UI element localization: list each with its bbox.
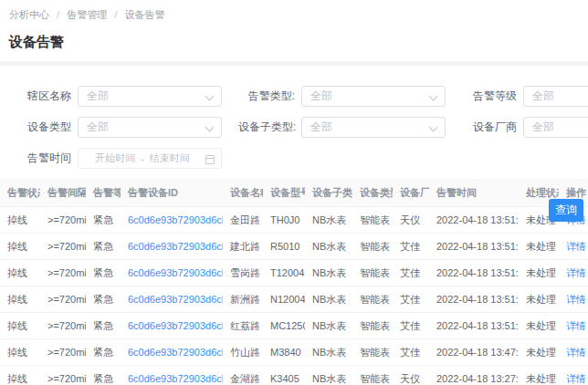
alarm-level-select[interactable]: 全部 [523, 86, 588, 107]
table-cell: >=720min [40, 234, 86, 260]
table-cell: 金田路 [223, 207, 263, 234]
table-cell: 智能表 [352, 286, 393, 313]
device-id-link[interactable]: 6c0d6e93b72903d6cb4e2b53 [121, 366, 223, 385]
device-id-link[interactable]: 6c0d6e93b72903d6cb466e3d [121, 260, 223, 286]
table-cell: NB水表 [305, 207, 352, 234]
table-cell: 建北路 [223, 234, 263, 260]
column-header: 告警设备ID [121, 179, 223, 207]
column-header: 设备名称 [223, 179, 263, 207]
breadcrumb-item-analysis-center[interactable]: 分析中心 [9, 9, 49, 20]
table-cell: NB水表 [305, 260, 352, 286]
table-cell: 紧急 [86, 207, 121, 234]
operation-cell: 详情处理 [559, 366, 588, 385]
detail-link[interactable]: 详情 [566, 241, 586, 252]
filter-row-2: 设备类型 全部 设备子类型: 全部 设备厂商 全部 [15, 117, 588, 138]
device-type-select[interactable]: 全部 [78, 117, 222, 138]
operation-cell: 详情处理 [559, 313, 588, 339]
table-cell: 红荔路 [223, 313, 263, 339]
district-name-label: 辖区名称 [15, 88, 71, 104]
table-body: 掉线>=720min紧急6c0d6e93b72903d6cb4871cc金田路T… [0, 207, 588, 385]
table-cell: 掉线 [0, 313, 40, 339]
filter-alarm-time: 告警时间 开始时间 - 结束时间 [15, 148, 222, 169]
device-id-link[interactable]: 6c0d6e93b72903d6cb4837f6 [121, 234, 223, 260]
table-cell: 未处理 [519, 286, 559, 313]
page-title: 设备告警 [9, 34, 588, 51]
table-header: 告警状态告警间隔告警等级告警设备ID设备名称设备型号设备子类型设备类型设备厂商告… [0, 179, 588, 207]
detail-link[interactable]: 详情 [566, 373, 586, 384]
alarm-time-range-picker[interactable]: 开始时间 - 结束时间 [78, 148, 222, 169]
alarm-time-label: 告警时间 [15, 151, 71, 166]
device-subtype-select[interactable]: 全部 [301, 117, 446, 138]
table-cell: 2022-04-18 13:51:46 [429, 234, 519, 260]
detail-link[interactable]: 详情 [566, 267, 586, 278]
table-cell: M3840 [263, 339, 305, 366]
table-cell: 艾佳 [393, 339, 429, 366]
table-cell: 掉线 [0, 234, 40, 260]
filter-alarm-type: 告警类型: 全部 [238, 86, 446, 107]
table-cell: 艾佳 [393, 313, 429, 339]
table-cell: 未处理 [519, 313, 559, 339]
table-row: 掉线>=720min紧急6c0d6e93b72903d6cb4871cc金田路T… [0, 207, 588, 234]
start-time-placeholder: 开始时间 [95, 151, 135, 165]
device-id-link[interactable]: 6c0d6e93b72903d6cb483b2a [121, 313, 223, 339]
table-cell: 新洲路 [223, 286, 263, 313]
filter-alarm-level: 告警等级 全部 [460, 86, 588, 107]
column-header: 设备厂商 [393, 179, 429, 207]
table-cell: 紧急 [86, 366, 121, 385]
column-header: 告警等级 [86, 179, 121, 207]
table-cell: >=720min [40, 366, 86, 385]
table-cell: N12004 [263, 286, 305, 313]
table-cell: 天仪 [393, 366, 429, 385]
table-cell: 紧急 [86, 286, 121, 313]
table-cell: NB水表 [305, 286, 352, 313]
table-cell: 2022-04-18 13:47:40 [429, 339, 519, 366]
device-type-value: 全部 [87, 120, 109, 135]
device-alarm-table: 告警状态告警间隔告警等级告警设备ID设备名称设备型号设备子类型设备类型设备厂商告… [0, 179, 588, 385]
table-cell: 2022-04-18 13:51:52 [429, 207, 519, 234]
table-cell: 艾佳 [393, 286, 429, 313]
filter-device-type: 设备类型 全部 [15, 117, 222, 138]
column-header: 设备类型 [352, 179, 393, 207]
breadcrumb-item-device-alarm: 设备告警 [124, 9, 164, 20]
table-cell: 智能表 [352, 366, 393, 385]
table-cell: 掉线 [0, 339, 40, 366]
column-header: 设备子类型 [305, 179, 352, 207]
detail-link[interactable]: 详情 [566, 347, 586, 358]
detail-link[interactable]: 详情 [566, 294, 586, 305]
table-cell: 2022-04-18 13:27:50 [429, 366, 519, 385]
search-button[interactable]: 查询 [549, 199, 583, 222]
date-range-separator: - [141, 153, 144, 164]
chevron-down-icon [429, 92, 438, 101]
breadcrumb-item-alarm-management[interactable]: 告警管理 [67, 9, 107, 20]
device-vendor-select[interactable]: 全部 [523, 117, 588, 138]
table-cell: 未处理 [519, 260, 559, 286]
table-row: 掉线>=720min紧急6c0d6e93b72903d6cb4d02cf新洲路N… [0, 286, 588, 313]
column-header: 设备型号 [263, 179, 305, 207]
operation-cell: 详情处理 [559, 286, 588, 313]
table-row: 掉线>=720min紧急6c0d6e93b72903d6cb466e3d雪岗路T… [0, 260, 588, 286]
column-header: 告警间隔 [40, 179, 86, 207]
table-row: 掉线>=720min紧急6c0d6e93b72903d6cb4b3e51竹山路M… [0, 339, 588, 366]
district-name-value: 全部 [87, 88, 109, 104]
table-cell: 雪岗路 [223, 260, 263, 286]
chevron-down-icon [205, 123, 215, 132]
table-cell: 天仪 [393, 207, 429, 234]
operation-cell: 详情处理 [559, 260, 588, 286]
district-name-select[interactable]: 全部 [78, 86, 222, 107]
table-cell: K3405 [263, 366, 305, 385]
table-cell: 紧急 [86, 234, 121, 260]
table-row: 掉线>=720min紧急6c0d6e93b72903d6cb4e2b53金湖路K… [0, 366, 588, 385]
device-id-link[interactable]: 6c0d6e93b72903d6cb4871cc [121, 207, 223, 234]
detail-link[interactable]: 详情 [566, 320, 586, 331]
end-time-placeholder: 结束时间 [150, 151, 190, 165]
device-vendor-label: 设备厂商 [460, 120, 517, 135]
alarm-type-select[interactable]: 全部 [301, 86, 446, 107]
table-cell: 2022-04-18 13:51:37 [429, 313, 519, 339]
table-cell: NB水表 [305, 234, 352, 260]
device-subtype-label: 设备子类型: [238, 120, 295, 135]
device-id-link[interactable]: 6c0d6e93b72903d6cb4b3e51 [121, 339, 223, 366]
device-id-link[interactable]: 6c0d6e93b72903d6cb4d02cf [121, 286, 223, 313]
table-cell: 艾佳 [393, 234, 429, 260]
table-cell: 艾佳 [393, 260, 429, 286]
table-cell: NB水表 [305, 366, 352, 385]
